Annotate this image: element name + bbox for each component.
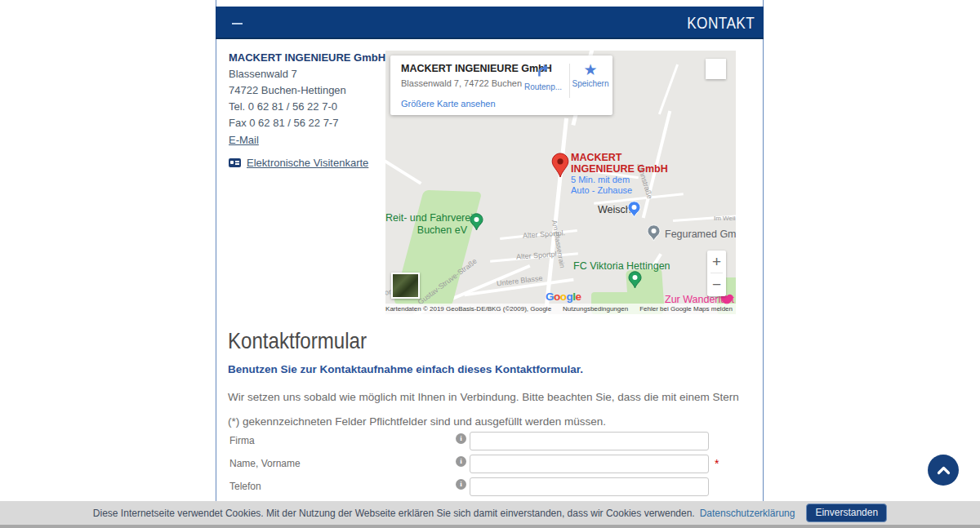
map-zoom-control: + −	[707, 251, 726, 296]
cookie-consent-bar: Diese Internetseite verwendet Cookies. M…	[0, 501, 980, 525]
name-vorname-label: Name, Vorname	[229, 458, 301, 469]
poi-feguramed-label: Feguramed GmbH	[665, 229, 736, 240]
mackert-marker-label: MACKERT INGENIEURE GmbH	[571, 152, 668, 175]
cookie-accept-button[interactable]: Einverstanden	[806, 504, 887, 522]
scroll-to-top-button[interactable]	[928, 455, 959, 486]
kontakt-page: KONTAKT MACKERT INGENIEURE GmbH Blassenw…	[0, 0, 980, 528]
mackert-marker-label-line2: INGENIEURE GmbH	[571, 163, 668, 175]
info-icon[interactable]: i	[456, 433, 466, 444]
street-label: Im Weil	[714, 215, 736, 222]
vcard-icon	[229, 158, 241, 167]
fc-viktoria-marker-icon[interactable]	[628, 271, 642, 289]
satellite-view-thumbnail[interactable]	[391, 273, 420, 299]
directions-icon	[535, 62, 551, 78]
cookie-message: Diese Internetseite verwendet Cookies. M…	[93, 508, 695, 519]
form-intro-highlight: Benutzen Sie zur Kontaktaufnahme einfach…	[228, 363, 583, 375]
firma-label: Firma	[229, 435, 255, 446]
content-right-border	[763, 0, 764, 528]
form-row-telefon: Telefon i	[228, 477, 751, 497]
section-heading: Kontaktformular	[228, 328, 367, 354]
zoom-out-button[interactable]: −	[707, 273, 726, 295]
contact-fax: Fax 0 62 81 / 56 22 7-7	[229, 117, 338, 129]
poi-reitverein-line2: Buchen eV	[385, 224, 467, 237]
poi-reitverein-label: Reit- und Fahrverein Buchen eV	[385, 212, 467, 237]
poi-fc-viktoria-label: FC Viktoria Hettingen	[573, 260, 670, 272]
info-icon[interactable]: i	[456, 479, 466, 490]
feguramed-marker-icon[interactable]	[647, 224, 661, 242]
content-left-border	[216, 0, 216, 528]
form-row-name-vorname: Name, Vorname i *	[228, 455, 751, 474]
contact-city: 74722 Buchen-Hettingen	[229, 84, 346, 96]
google-logo-letter: o	[554, 291, 560, 303]
poi-reitverein-line1: Reit- und Fahrverein	[385, 212, 467, 224]
poi-weisch-label: Weisch	[598, 204, 631, 215]
fullscreen-button[interactable]	[706, 59, 726, 79]
drive-time-line2: Auto - Zuhause	[571, 185, 632, 196]
form-intro-text: Wir setzen uns sobald wie möglich mit Ih…	[228, 385, 751, 434]
larger-map-link[interactable]: Größere Karte ansehen	[401, 99, 496, 109]
firma-input[interactable]	[470, 432, 709, 450]
telefon-input[interactable]	[470, 477, 709, 496]
contact-tel: Tel. 0 62 81 / 56 22 7-0	[229, 100, 337, 113]
google-logo: Google	[546, 291, 581, 303]
bottom-edge-strip	[0, 525, 980, 528]
directions-button[interactable]: Routenp...	[519, 62, 567, 91]
map-card-address: Blassenwald 7, 74722 Buchen	[401, 78, 522, 88]
mackert-marker-pin-icon[interactable]	[551, 153, 569, 178]
name-vorname-input[interactable]	[470, 455, 709, 473]
form-row-firma: Firma i	[228, 432, 751, 451]
vcard-link[interactable]: Elektronische Visitenkarte	[247, 157, 368, 169]
reitverein-marker-icon[interactable]	[470, 213, 483, 231]
email-link[interactable]: E-Mail	[229, 134, 259, 146]
map-copyright: Kartendaten © 2019 GeoBasis-DE/BKG (©200…	[385, 305, 551, 313]
google-logo-letter: G	[546, 291, 554, 303]
save-label: Speichern	[572, 79, 609, 88]
menu-dash-icon[interactable]	[232, 23, 243, 24]
star-icon: ★	[583, 61, 597, 78]
weisch-marker-icon[interactable]	[627, 201, 641, 218]
map-info-card: MACKERT INGENIEURE GmbH Blassenwald 7, 7…	[390, 55, 612, 115]
page-header: KONTAKT	[216, 7, 764, 39]
drive-time-line1: 5 Min. mit dem	[571, 175, 632, 185]
privacy-policy-link[interactable]: Datenschutzerklärung	[700, 508, 795, 519]
google-map[interactable]: Alter Sportpl. Alter Sportpl. Untere Bla…	[385, 51, 736, 314]
telefon-label: Telefon	[229, 481, 261, 492]
map-road	[658, 64, 679, 114]
info-icon[interactable]: i	[456, 456, 466, 467]
contact-street: Blassenwald 7	[229, 68, 297, 80]
map-report-link[interactable]: Fehler bei Google Maps melden	[639, 305, 733, 313]
mackert-marker-sublabel: 5 Min. mit dem Auto - Zuhause	[571, 175, 632, 196]
contact-company: MACKERT INGENIEURE GmbH	[229, 51, 385, 64]
map-road	[385, 156, 422, 184]
save-place-button[interactable]: ★ Speichern	[572, 62, 609, 88]
card-divider	[569, 64, 570, 98]
directions-label: Routenp...	[519, 82, 567, 91]
required-asterisk: *	[715, 457, 719, 470]
zoom-in-button[interactable]: +	[707, 251, 726, 273]
page-title: KONTAKT	[687, 13, 755, 33]
google-logo-letter: e	[576, 291, 581, 303]
map-attribution: Kartendaten © 2019 GeoBasis-DE/BKG (©200…	[385, 304, 736, 314]
mackert-marker-label-line1: MACKERT	[571, 152, 668, 163]
chevron-up-icon	[937, 466, 951, 475]
google-logo-letter: o	[560, 291, 567, 303]
map-terms-link[interactable]: Nutzungsbedingungen	[563, 305, 628, 313]
